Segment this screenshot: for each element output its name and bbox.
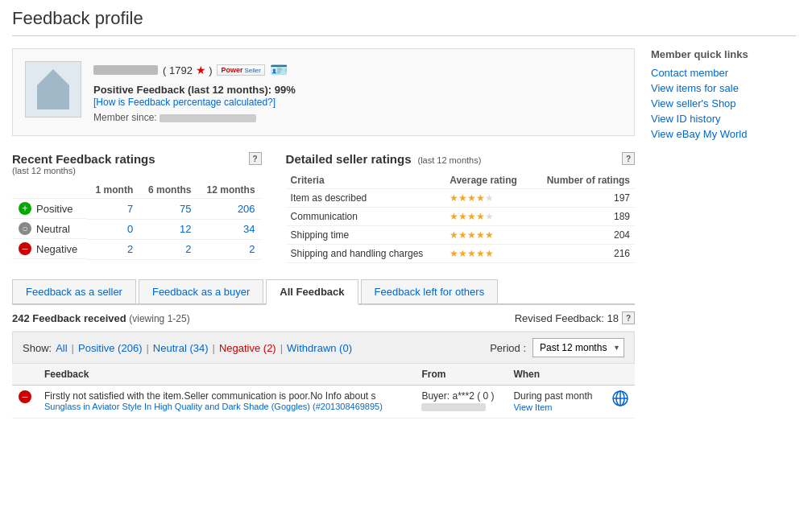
profile-info: ( 1792 ★ ) Power Seller 🪪 Positive Feedb… — [93, 61, 622, 123]
table-row: Shipping time ★★★★★ 204 — [286, 226, 635, 245]
dsr-table: Criteria Average rating Number of rating… — [286, 172, 635, 263]
sidebar: Member quick links Contact memberView it… — [651, 48, 796, 419]
sidebar-links: Contact memberView items for saleView se… — [651, 67, 796, 140]
feedback-viewing: (viewing 1-25) — [129, 313, 189, 324]
revised-help[interactable]: ? — [622, 311, 635, 324]
positive-feedback: Positive Feedback (last 12 months): 99% — [93, 84, 622, 96]
period-select-wrapper[interactable]: Past 12 months Past months — [532, 338, 624, 357]
detailed-ratings-title: Detailed seller ratings — [286, 152, 412, 166]
col-from: From — [415, 364, 507, 386]
filter-neutral[interactable]: Neutral (34) — [153, 342, 209, 354]
id-card-icon: 🪪 — [270, 61, 288, 79]
recent-ratings-help[interactable]: ? — [249, 152, 262, 165]
dsr-col-criteria: Criteria — [286, 172, 445, 189]
show-label: Show: — [23, 342, 52, 354]
translate-icon — [612, 390, 628, 406]
detailed-ratings-subtitle: (last 12 months) — [417, 155, 481, 165]
filter-negative[interactable]: Negative (2) — [219, 342, 276, 354]
table-row: Communication ★★★★★ 189 — [286, 208, 635, 226]
col-12months: 12 months — [197, 182, 261, 199]
revised-feedback: Revised Feedback: 18 ? — [515, 311, 635, 324]
tab-seller[interactable]: Feedback as a seller — [12, 279, 136, 303]
sidebar-link-view-sellers-shop[interactable]: View seller's Shop — [651, 97, 736, 109]
table-row: Item as described ★★★★★ 197 — [286, 189, 635, 208]
table-row: Shipping and handling charges ★★★★★ 216 — [286, 245, 635, 263]
powerseller-badge: Power Seller — [217, 64, 264, 76]
detailed-ratings-help[interactable]: ? — [622, 152, 635, 165]
feedback-table: Feedback From When – Firstly not satisfi… — [12, 364, 635, 419]
table-row: – Firstly not satisfied with the item.Se… — [12, 386, 635, 419]
feedback-text: Firstly not satisfied with the item.Sell… — [44, 390, 408, 402]
negative-icon: – — [19, 390, 31, 403]
negative-icon: – — [19, 242, 31, 255]
feedback-count: 242 Feedback received — [12, 312, 126, 324]
table-row: +Positive 7 75 206 — [12, 199, 262, 220]
revised-label: Revised Feedback: 18 — [515, 312, 619, 324]
col-feedback: Feedback — [38, 364, 415, 386]
member-since: Member since: — [93, 112, 622, 123]
period-section: Period : Past 12 months Past months — [490, 338, 624, 357]
profile-score: ( 1792 ★ ) — [163, 64, 212, 76]
filter-left: Show: All | Positive (206) | Neutral (34… — [23, 342, 352, 354]
member-since-value-redacted — [160, 114, 256, 122]
feedback-subtext: Sunglass in Aviator Style In High Qualit… — [44, 402, 408, 411]
page-title: Feedback profile — [12, 8, 796, 36]
sidebar-link-view-items-for-sale[interactable]: View items for sale — [651, 82, 739, 94]
recent-ratings-table: 1 month 6 months 12 months +Positive 7 7… — [12, 182, 262, 260]
feedback-header: 242 Feedback received (viewing 1-25) Rev… — [12, 305, 635, 332]
filter-withdrawn[interactable]: Withdrawn (0) — [287, 342, 352, 354]
detailed-ratings: Detailed seller ratings (last 12 months)… — [286, 152, 635, 263]
feedback-when: During past month — [513, 390, 599, 402]
dsr-col-avg: Average rating — [445, 172, 531, 189]
tab-all[interactable]: All Feedback — [266, 279, 358, 305]
sidebar-link-contact-member[interactable]: Contact member — [651, 67, 728, 79]
view-item-link[interactable]: View Item — [513, 402, 552, 412]
period-label: Period : — [490, 342, 526, 354]
recent-ratings-title: Recent Feedback ratings — [12, 152, 155, 166]
col-6months: 6 months — [139, 182, 197, 199]
star-icon: ★ — [196, 64, 206, 76]
sidebar-link-view-id-history[interactable]: View ID history — [651, 113, 720, 125]
ratings-section: Recent Feedback ratings (last 12 months)… — [12, 152, 635, 263]
filter-all[interactable]: All — [56, 342, 67, 354]
tab-others[interactable]: Feedback left for others — [361, 279, 499, 303]
sidebar-link-view-ebay-my-world[interactable]: View eBay My World — [651, 128, 747, 140]
table-row: ○Neutral 0 12 34 — [12, 219, 262, 239]
recent-ratings-subtitle: (last 12 months) — [12, 166, 155, 175]
recent-ratings: Recent Feedback ratings (last 12 months)… — [12, 152, 262, 263]
period-select[interactable]: Past 12 months Past months — [532, 338, 624, 357]
col-1month: 1 month — [87, 182, 139, 199]
feedback-count-area: 242 Feedback received (viewing 1-25) — [12, 312, 190, 324]
tab-buyer[interactable]: Feedback as a buyer — [139, 279, 263, 303]
col-when: When — [507, 364, 606, 386]
table-row: –Negative 2 2 2 — [12, 239, 262, 259]
feedback-from-sub — [421, 403, 486, 411]
username-redacted — [93, 65, 158, 75]
feedback-from: Buyer: a***2 ( 0 ) — [421, 390, 500, 402]
filter-positive[interactable]: Positive (206) — [78, 342, 142, 354]
tabs-bar: Feedback as a sellerFeedback as a buyerA… — [12, 279, 635, 305]
avatar — [25, 61, 81, 118]
sidebar-heading: Member quick links — [651, 48, 796, 60]
dsr-col-num: Number of ratings — [531, 172, 635, 189]
how-calculated-link[interactable]: [How is Feedback percentage calculated?] — [93, 97, 276, 108]
profile-box: ( 1792 ★ ) Power Seller 🪪 Positive Feedb… — [12, 48, 635, 136]
filter-bar: Show: All | Positive (206) | Neutral (34… — [12, 332, 635, 364]
neutral-icon: ○ — [19, 222, 31, 235]
positive-icon: + — [19, 202, 31, 215]
